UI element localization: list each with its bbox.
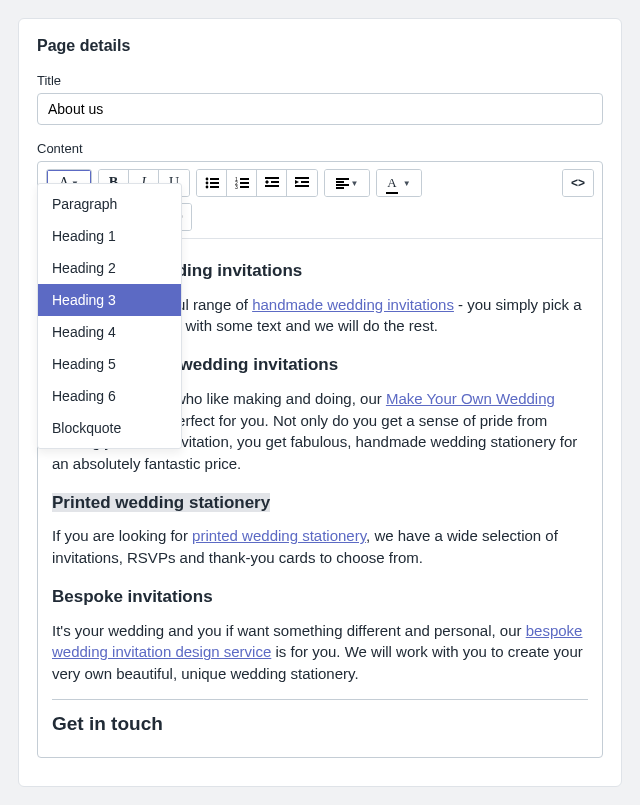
toolbar-wrap: A ▼ B I U 123 [38, 162, 602, 238]
dropdown-item-heading1[interactable]: Heading 1 [38, 220, 181, 252]
title-label: Title [37, 73, 603, 88]
svg-rect-17 [295, 177, 309, 179]
svg-rect-7 [240, 178, 249, 180]
title-input[interactable] [37, 93, 603, 125]
svg-rect-12 [265, 177, 279, 179]
bullet-list-icon [205, 177, 219, 189]
caret-down-icon: ▼ [351, 179, 359, 188]
number-list-icon: 123 [235, 177, 249, 189]
content-link[interactable]: handmade wedding invitations [252, 296, 454, 313]
text-color-button[interactable]: A ▼ [377, 170, 421, 196]
svg-rect-24 [336, 187, 344, 189]
svg-point-2 [205, 182, 208, 185]
svg-rect-1 [210, 178, 219, 180]
caret-down-icon: ▼ [403, 179, 411, 188]
indent-icon [295, 177, 309, 189]
dropdown-item-heading2[interactable]: Heading 2 [38, 252, 181, 284]
svg-rect-23 [336, 184, 349, 186]
svg-rect-16 [265, 185, 279, 187]
content-paragraph: If you are looking for printed wedding s… [52, 525, 588, 569]
svg-marker-19 [295, 180, 299, 184]
svg-point-0 [205, 178, 208, 181]
panel-title: Page details [37, 37, 603, 55]
svg-text:3: 3 [235, 184, 238, 189]
svg-rect-9 [240, 182, 249, 184]
svg-rect-18 [301, 181, 309, 183]
text-color-icon: A [387, 175, 396, 191]
content-paragraph: It's your wedding and you if want someth… [52, 620, 588, 685]
dropdown-item-heading4[interactable]: Heading 4 [38, 316, 181, 348]
dropdown-item-blockquote[interactable]: Blockquote [38, 412, 181, 444]
dropdown-item-heading3[interactable]: Heading 3 [38, 284, 181, 316]
content-heading-partial: Get in touch [52, 710, 588, 738]
content-heading-selected: Printed wedding stationery [52, 491, 588, 516]
svg-rect-11 [240, 186, 249, 188]
align-left-icon [336, 178, 349, 189]
outdent-icon [265, 177, 279, 189]
svg-marker-14 [265, 180, 269, 182]
svg-rect-3 [210, 182, 219, 184]
content-heading: Bespoke invitations [52, 585, 588, 610]
svg-rect-5 [210, 186, 219, 188]
dropdown-item-heading5[interactable]: Heading 5 [38, 348, 181, 380]
dropdown-item-paragraph[interactable]: Paragraph [38, 188, 181, 220]
svg-point-4 [205, 186, 208, 189]
svg-rect-22 [336, 181, 344, 183]
svg-rect-13 [271, 181, 279, 183]
outdent-button[interactable] [257, 170, 287, 196]
format-dropdown-menu: Paragraph Heading 1 Heading 2 Heading 3 … [37, 183, 182, 449]
content-label: Content [37, 141, 603, 156]
html-button[interactable]: <> [563, 170, 593, 196]
indent-button[interactable] [287, 170, 317, 196]
code-icon: <> [571, 176, 585, 190]
svg-rect-20 [295, 185, 309, 187]
content-link[interactable]: printed wedding stationery [192, 527, 366, 544]
dropdown-item-heading6[interactable]: Heading 6 [38, 380, 181, 412]
bullet-list-button[interactable] [197, 170, 227, 196]
content-editor: A ▼ B I U 123 [37, 161, 603, 758]
align-dropdown-button[interactable]: ▼ [325, 170, 369, 196]
svg-marker-15 [265, 182, 269, 184]
number-list-button[interactable]: 123 [227, 170, 257, 196]
svg-rect-21 [336, 178, 349, 180]
page-details-panel: Page details Title Content A ▼ B I U [18, 18, 622, 787]
